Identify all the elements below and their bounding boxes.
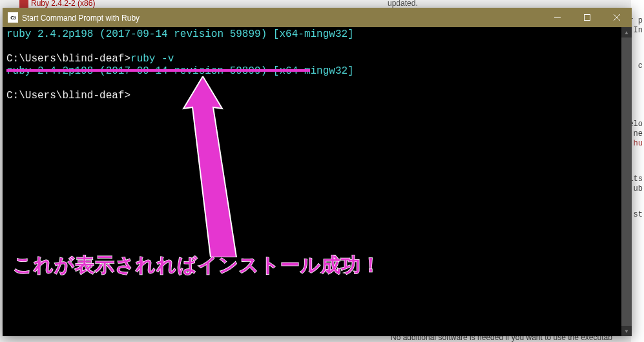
terminal-prompt: C:\Users\blind-deaf> <box>6 53 130 65</box>
terminal-output-line: ruby 2.4.2p198 (2017-09-14 revision 5989… <box>6 28 354 40</box>
bg-frag: ub <box>634 184 643 193</box>
background-page-fragment: r p In c elo ne hu its ub st <box>631 0 644 342</box>
bg-frag: r p <box>631 16 643 25</box>
annotation-callout-text: これが表示されればインストール成功！ <box>13 259 381 271</box>
annotation-underline <box>6 69 310 72</box>
scroll-up-button[interactable]: ▲ <box>621 27 632 37</box>
bg-frag: ne <box>634 129 643 138</box>
scrollbar[interactable]: ▲ ▼ <box>621 27 632 336</box>
ruby-icon <box>19 0 28 8</box>
bg-frag: st <box>634 210 643 219</box>
close-button[interactable] <box>602 8 632 27</box>
bg-frag: In <box>634 26 643 35</box>
terminal-content[interactable]: ruby 2.4.2p198 (2017-09-14 revision 5989… <box>3 27 621 336</box>
scroll-down-button[interactable]: ▼ <box>621 326 632 336</box>
command-prompt-window: C:\ Start Command Prompt with Ruby ruby … <box>3 8 632 336</box>
terminal-body[interactable]: ruby 2.4.2p198 (2017-09-14 revision 5989… <box>3 27 632 336</box>
bg-frag: its <box>631 175 643 184</box>
window-title: Start Command Prompt with Ruby <box>22 13 543 23</box>
terminal-command: ruby -v <box>130 53 174 65</box>
svg-rect-1 <box>585 15 590 21</box>
tab-label: Ruby 2.4.2-2 (x86) <box>31 0 95 8</box>
background-updated-text: updated. <box>388 0 418 8</box>
minimize-button[interactable] <box>543 8 572 27</box>
scroll-thumb[interactable] <box>621 37 632 335</box>
bg-frag: c <box>638 61 643 70</box>
bg-frag: elo <box>631 120 643 129</box>
annotation-arrow <box>172 76 249 257</box>
bg-frag: hu <box>634 139 643 148</box>
maximize-button[interactable] <box>572 8 602 27</box>
terminal-prompt: C:\Users\blind-deaf> <box>6 90 130 102</box>
titlebar[interactable]: C:\ Start Command Prompt with Ruby <box>3 8 632 27</box>
background-tab: Ruby 2.4.2-2 (x86) <box>19 0 95 8</box>
cmd-icon: C:\ <box>8 12 18 23</box>
window-controls <box>543 8 632 27</box>
